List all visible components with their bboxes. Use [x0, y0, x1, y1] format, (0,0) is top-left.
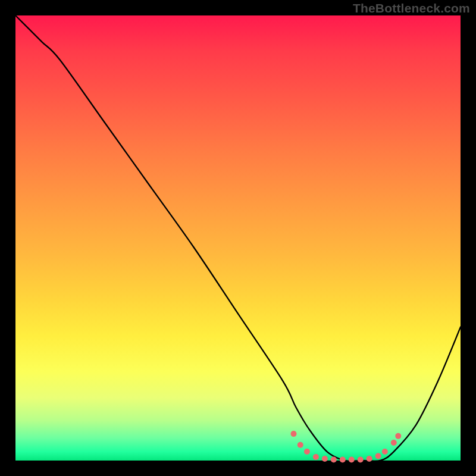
plateau-dot [298, 442, 303, 448]
plateau-dot [375, 453, 381, 459]
plateau-dot [340, 457, 346, 463]
plateau-dot [349, 457, 355, 463]
plateau-dot [322, 456, 328, 462]
minimum-plateau-dots [291, 431, 402, 462]
plateau-dot [304, 449, 310, 455]
chart-svg [15, 15, 461, 461]
plateau-dot [391, 440, 397, 446]
plateau-dot [358, 457, 364, 463]
plateau-dot [331, 457, 337, 463]
chart-frame: TheBottleneck.com [0, 0, 476, 476]
plateau-dot [382, 449, 388, 455]
plot-area [15, 15, 461, 461]
plateau-dot [291, 431, 297, 437]
bottleneck-curve [15, 15, 461, 461]
plateau-dot [367, 456, 372, 462]
plateau-dot [313, 454, 319, 460]
plateau-dot [395, 433, 401, 439]
watermark-text: TheBottleneck.com [353, 1, 470, 15]
